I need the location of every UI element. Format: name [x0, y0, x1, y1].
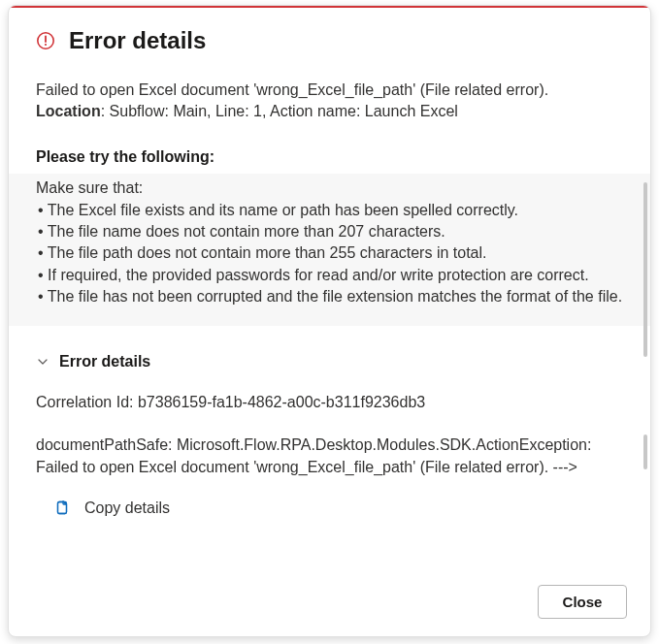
- error-details-expander-label: Error details: [59, 351, 150, 372]
- error-message: Failed to open Excel document 'wrong_Exc…: [36, 80, 623, 101]
- error-description: Failed to open Excel document 'wrong_Exc…: [36, 80, 623, 123]
- correlation-id-label: Correlation Id:: [36, 394, 138, 410]
- copy-details-button[interactable]: Copy details: [36, 498, 623, 519]
- dialog-title: Error details: [69, 27, 206, 54]
- list-item: • The file path does not contain more th…: [38, 242, 623, 264]
- list-item: • The Excel file exists and its name or …: [38, 200, 623, 221]
- copy-details-label: Copy details: [84, 498, 170, 519]
- scrollbar-thumb[interactable]: [643, 435, 647, 469]
- copy-icon: [53, 499, 71, 517]
- svg-point-2: [45, 44, 47, 46]
- scrollbar-thumb[interactable]: [643, 182, 647, 357]
- correlation-id-value: b7386159-fa1b-4862-a00c-b311f9236db3: [138, 394, 425, 410]
- try-following-heading: Please try the following:: [36, 146, 623, 168]
- error-circle-icon: [36, 31, 55, 50]
- suggestion-intro: Make sure that:: [36, 177, 623, 199]
- close-button[interactable]: Close: [538, 585, 627, 619]
- suggestion-list: • The Excel file exists and its name or …: [36, 200, 623, 308]
- error-details-expander[interactable]: Error details: [36, 351, 623, 372]
- location-value: : Subflow: Main, Line: 1, Action name: L…: [101, 103, 458, 119]
- dialog-content: Error details Failed to open Excel docum…: [9, 8, 650, 570]
- location-label: Location: [36, 103, 101, 119]
- error-location: Location: Subflow: Main, Line: 1, Action…: [36, 101, 623, 122]
- suggestion-box: Make sure that: • The Excel file exists …: [9, 174, 650, 325]
- dialog-body: Failed to open Excel document 'wrong_Exc…: [9, 80, 650, 519]
- exception-text: documentPathSafe: Microsoft.Flow.RPA.Des…: [36, 435, 623, 478]
- dialog-footer: Close: [538, 585, 627, 619]
- dialog-header: Error details: [9, 8, 650, 66]
- list-item: • If required, the provided passwords fo…: [38, 265, 623, 286]
- error-details-dialog: Error details Failed to open Excel docum…: [8, 5, 651, 637]
- list-item: • The file name does not contain more th…: [38, 221, 623, 242]
- list-item: • The file has not been corrupted and th…: [38, 286, 623, 307]
- chevron-down-icon: [36, 355, 49, 369]
- correlation-id-row: Correlation Id: b7386159-fa1b-4862-a00c-…: [36, 392, 623, 413]
